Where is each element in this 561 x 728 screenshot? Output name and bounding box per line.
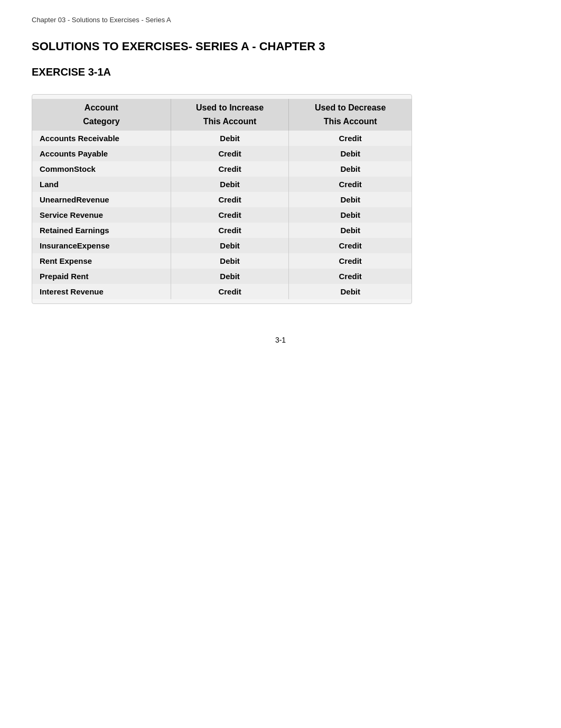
header-account: Account <box>32 99 171 117</box>
header-row-2: Category This Account This Account <box>32 117 412 131</box>
table-row: Accounts PayableCreditDebit <box>32 146 412 161</box>
cell-account: Accounts Receivable <box>32 131 171 146</box>
cell-account: Land <box>32 177 171 192</box>
cell-decrease: Credit <box>289 238 412 253</box>
table-row: InsuranceExpenseDebitCredit <box>32 238 412 253</box>
cell-account: Retained Earnings <box>32 223 171 238</box>
main-title: SOLUTIONS TO EXERCISES- SERIES A - CHAPT… <box>32 40 529 53</box>
table-row: Retained EarningsCreditDebit <box>32 223 412 238</box>
cell-increase: Credit <box>171 223 289 238</box>
exercise-title: EXERCISE 3-1A <box>32 66 529 78</box>
cell-decrease: Debit <box>289 207 412 223</box>
cell-increase: Credit <box>171 146 289 161</box>
account-table: Account Used to Increase Used to Decreas… <box>32 99 412 299</box>
cell-increase: Debit <box>171 177 289 192</box>
page-number: 3-1 <box>32 336 529 344</box>
cell-increase: Debit <box>171 131 289 146</box>
cell-account: UnearnedRevenue <box>32 192 171 207</box>
cell-decrease: Credit <box>289 177 412 192</box>
cell-account: CommonStock <box>32 161 171 177</box>
cell-account: Rent Expense <box>32 253 171 269</box>
cell-account: Interest Revenue <box>32 284 171 299</box>
header-decrease: Used to Decrease <box>289 99 412 117</box>
table-row: LandDebitCredit <box>32 177 412 192</box>
header-row-1: Account Used to Increase Used to Decreas… <box>32 99 412 117</box>
table-row: Accounts ReceivableDebitCredit <box>32 131 412 146</box>
header-this-account-1: This Account <box>171 117 289 131</box>
cell-decrease: Debit <box>289 284 412 299</box>
cell-decrease: Debit <box>289 161 412 177</box>
cell-account: InsuranceExpense <box>32 238 171 253</box>
header-this-account-2: This Account <box>289 117 412 131</box>
table-row: Rent ExpenseDebitCredit <box>32 253 412 269</box>
cell-decrease: Debit <box>289 192 412 207</box>
cell-decrease: Debit <box>289 146 412 161</box>
header-increase: Used to Increase <box>171 99 289 117</box>
cell-increase: Debit <box>171 269 289 284</box>
header-category: Category <box>32 117 171 131</box>
cell-increase: Credit <box>171 207 289 223</box>
breadcrumb: Chapter 03 - Solutions to Exercises - Se… <box>32 16 529 24</box>
table-row: CommonStockCreditDebit <box>32 161 412 177</box>
table-container: Account Used to Increase Used to Decreas… <box>32 94 412 304</box>
cell-account: Service Revenue <box>32 207 171 223</box>
cell-increase: Debit <box>171 253 289 269</box>
table-row: Interest RevenueCreditDebit <box>32 284 412 299</box>
cell-decrease: Credit <box>289 253 412 269</box>
cell-increase: Debit <box>171 238 289 253</box>
cell-decrease: Credit <box>289 269 412 284</box>
table-row: Prepaid RentDebitCredit <box>32 269 412 284</box>
table-row: Service RevenueCreditDebit <box>32 207 412 223</box>
cell-increase: Credit <box>171 161 289 177</box>
table-row: UnearnedRevenueCreditDebit <box>32 192 412 207</box>
cell-increase: Credit <box>171 284 289 299</box>
cell-decrease: Credit <box>289 131 412 146</box>
cell-increase: Credit <box>171 192 289 207</box>
cell-decrease: Debit <box>289 223 412 238</box>
cell-account: Accounts Payable <box>32 146 171 161</box>
cell-account: Prepaid Rent <box>32 269 171 284</box>
